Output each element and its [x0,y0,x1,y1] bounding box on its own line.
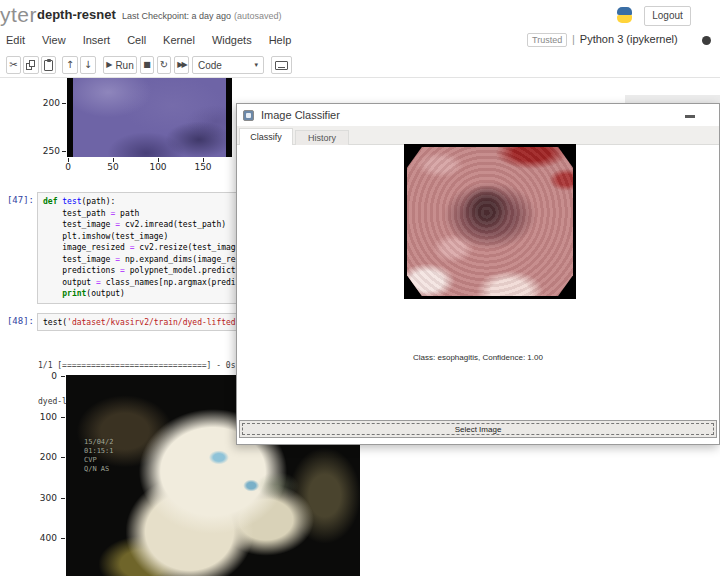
interrupt-kernel-button[interactable]: ■ [140,56,154,74]
menu-kernel[interactable]: Kernel [163,34,195,46]
minimize-icon[interactable] [685,115,695,118]
figure2-ytick: 200 [33,452,57,462]
checkpoint-status: Last Checkpoint: a day ago(autosaved) [122,11,282,21]
tick-mark [61,376,65,377]
run-icon: ▶ [106,61,112,69]
stop-icon: ■ [143,61,151,69]
app-icon [243,110,254,121]
cell-type-dropdown[interactable]: Code▾ [192,56,264,74]
restart-kernel-button[interactable]: ↻ [157,56,171,74]
overlay-line: CVP [84,456,114,465]
figure1-xtick: 50 [101,162,125,172]
figure2-ytick: 300 [33,493,57,503]
move-cell-down-button[interactable]: ↓ [80,56,96,74]
tick-mark [62,103,66,104]
menu-help[interactable]: Help [269,34,292,46]
kernel-name: Python 3 (ipykernel) [580,33,678,45]
python-icon [615,6,634,25]
figure1-ytick: 250 [36,146,60,156]
copy-cells-button[interactable] [23,56,39,74]
paste-cells-button[interactable] [41,56,56,74]
code-cell-48[interactable]: test('dataset/kvasirv2/train/dyed-lifted… [37,313,246,331]
esophagitis-endoscopy-image [407,147,573,296]
jupyter-logo[interactable]: yter [0,3,37,27]
python-icon-bottom [617,15,632,23]
kernel-indicator: |Python 3 (ipykernel) [572,33,678,45]
move-up-icon: ↑ [66,60,74,70]
command-palette-button[interactable] [271,56,292,74]
run-button[interactable]: ▶Run [103,56,137,74]
keyboard-icon [275,61,288,70]
menu-insert[interactable]: Insert [83,34,111,46]
python-icon-top [617,7,632,15]
tick-mark [61,538,65,539]
figure1-left-black-edge [67,78,73,157]
input-prompt-47: [47]: [2,195,34,205]
tab-classify[interactable]: Classify [239,128,293,145]
tick-mark [61,457,65,458]
figure1-right-black-edge [226,78,232,157]
figure2-scope-overlay-text: 15/04/2 01:15:1 CVP Q/N AS [84,438,114,474]
overlay-line: Q/N AS [84,465,114,474]
kernel-status-icon [702,36,711,45]
figure1-xtick: 0 [56,162,80,172]
checkpoint-text: Last Checkpoint: a day ago [122,11,231,21]
run-label: Run [115,60,133,71]
focus-ring [242,423,714,435]
menu-view[interactable]: View [42,34,66,46]
tab-strip: Classify History [237,126,719,145]
move-cell-up-button[interactable]: ↑ [62,56,78,74]
overlay-line: 15/04/2 [84,438,114,447]
chevron-down-icon: ▾ [254,62,258,69]
autosave-text: (autosaved) [234,11,282,21]
tick-mark [61,498,65,499]
classification-result: Class: esophagitis, Confidence: 1.00 [237,353,719,362]
input-prompt-48: [48]: [2,316,34,326]
cut-cells-button[interactable]: ✂ [6,56,21,74]
code-cell-47[interactable]: def test(path): test_path = path test_im… [37,192,246,304]
restart-run-all-icon: ▶▶ [177,61,185,69]
restart-icon: ↻ [160,60,168,70]
figure1-xtick: 100 [146,162,170,172]
tab-history[interactable]: History [295,130,349,145]
tick-mark [61,417,65,418]
move-down-icon: ↓ [84,60,92,70]
kernel-separator: | [572,33,575,45]
menu-cell[interactable]: Cell [127,34,146,46]
cut-icon: ✂ [9,60,17,70]
figure1-endoscopy-image [67,78,232,157]
figure2-ytick: 400 [33,533,57,543]
figure1-xtick: 150 [191,162,215,172]
cell-type-value: Code [198,60,222,71]
window-titlebar[interactable]: Image Classifier [237,104,719,126]
restart-run-all-button[interactable]: ▶▶ [174,56,189,74]
select-image-button[interactable]: Select Image [239,420,717,438]
copy-icon [26,60,36,71]
trusted-badge: Trusted [527,33,567,47]
paste-icon [44,60,53,71]
window-title: Image Classifier [261,109,340,121]
logout-button[interactable]: Logout [644,6,691,26]
tick-mark [62,151,66,152]
progress-line: 1/1 [==============================] - 0… [38,360,246,372]
notebook-title[interactable]: depth-resnet [37,7,116,22]
classified-image-frame [404,144,576,299]
menu-widgets[interactable]: Widgets [212,34,252,46]
menu-edit[interactable]: Edit [6,34,25,46]
figure1-ytick: 200 [36,98,60,108]
image-classifier-window[interactable]: Image Classifier Classify History Class:… [236,103,720,445]
page-strip [625,95,720,103]
figure2-ytick: 0 [33,371,57,381]
overlay-line: 01:15:1 [84,447,114,456]
figure2-ytick: 100 [33,412,57,422]
